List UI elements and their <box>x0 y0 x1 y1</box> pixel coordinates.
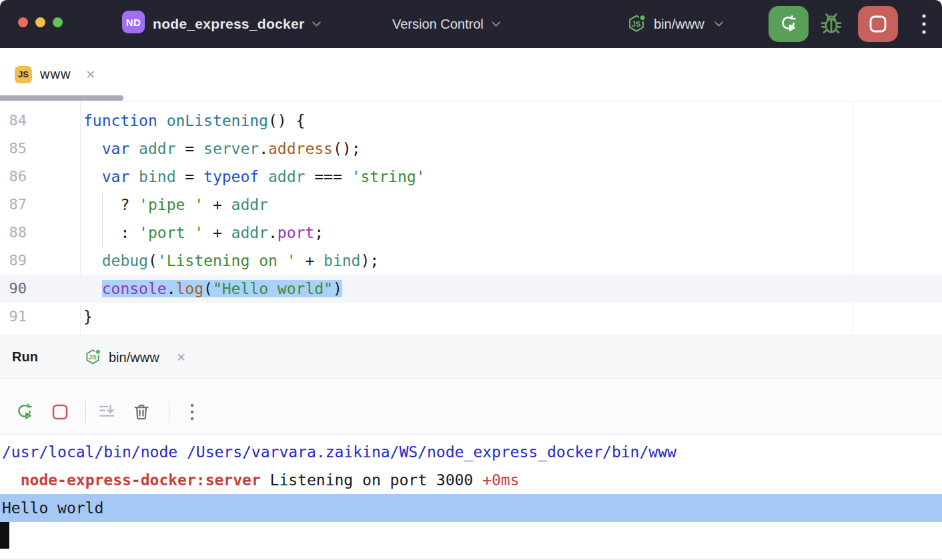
code-token: 'Listening on ' <box>157 252 296 269</box>
code-token: log <box>176 280 204 297</box>
code-line[interactable]: 90 console.log("Hello world") <box>0 275 942 303</box>
code-lines: 84function onListening() {85 var addr = … <box>0 107 942 331</box>
code-token <box>83 140 102 157</box>
line-number: 91 <box>0 303 27 331</box>
editor-tab-title: www <box>40 67 71 82</box>
line-number: 84 <box>0 107 27 135</box>
code-token: addr <box>268 168 305 185</box>
code-token: addr <box>231 224 268 241</box>
rerun-icon <box>779 14 799 34</box>
code-token: ) <box>333 280 342 297</box>
code-token: ; <box>314 224 324 241</box>
rerun-button[interactable] <box>14 401 35 423</box>
code-token: ( <box>148 252 157 269</box>
close-window-button[interactable] <box>18 17 28 27</box>
scroll-to-end-icon <box>97 402 117 422</box>
toolbar-divider <box>169 401 169 423</box>
run-configuration-selector[interactable]: JS bin/www <box>626 0 724 48</box>
vcs-label: Version Control <box>392 17 484 32</box>
vcs-widget[interactable]: Version Control <box>392 0 501 48</box>
code-token: = <box>176 168 204 185</box>
code-token: bind <box>324 252 360 269</box>
console-text <box>2 471 21 489</box>
code-token: var <box>102 168 130 185</box>
debug-button[interactable] <box>815 8 847 40</box>
code-token <box>129 168 139 185</box>
zoom-window-button[interactable] <box>53 17 63 27</box>
chevron-down-icon <box>491 21 501 27</box>
bug-icon <box>818 11 845 37</box>
more-options-button[interactable] <box>915 8 933 40</box>
code-token: debug <box>102 252 148 269</box>
code-line[interactable]: 91} <box>0 303 942 331</box>
code-token: var <box>102 140 130 157</box>
code-editor[interactable]: 84function onListening() {85 var addr = … <box>0 101 942 335</box>
editor-tab-www[interactable]: JS www ✕ <box>0 48 95 101</box>
code-line[interactable]: 86 var bind = typeof addr === 'string' <box>0 163 942 191</box>
code-token: + <box>203 224 231 241</box>
project-badge: ND <box>122 11 145 33</box>
console-text: Listening on port 3000 <box>261 471 482 489</box>
code-token: () { <box>268 112 305 129</box>
close-tab-icon[interactable]: ✕ <box>85 67 95 82</box>
console-line: node-express-docker:server Listening on … <box>0 466 942 494</box>
code-token: 'string' <box>352 168 426 185</box>
trash-icon <box>131 402 151 422</box>
code-line[interactable]: 85 var addr = server.address(); <box>0 135 942 163</box>
stop-icon <box>868 14 888 34</box>
stop-button[interactable] <box>49 401 71 423</box>
project-selector[interactable]: node_express_docker <box>153 0 322 48</box>
code-token: === <box>305 168 351 185</box>
close-tab-icon[interactable]: ✕ <box>177 351 186 365</box>
console-lines: /usr/local/bin/node /Users/varvara.zaiki… <box>0 438 942 522</box>
project-name: node_express_docker <box>153 16 304 32</box>
code-token <box>259 168 268 185</box>
console-text: /usr/local/bin/node /Users/varvara.zaiki… <box>2 443 676 461</box>
nodejs-icon: JS <box>626 13 647 35</box>
rerun-icon <box>15 402 35 422</box>
console-line: /usr/local/bin/node /Users/varvara.zaiki… <box>0 438 942 466</box>
code-token: ? <box>83 196 139 213</box>
code-token <box>157 112 167 129</box>
line-number: 90 <box>0 275 27 303</box>
code-line[interactable]: 87 ? 'pipe ' + addr <box>0 191 942 219</box>
toolbar-divider <box>85 401 86 423</box>
code-line[interactable]: 89 debug('Listening on ' + bind); <box>0 247 942 275</box>
code-line[interactable]: 84function onListening() { <box>0 107 942 135</box>
code-token: } <box>83 308 93 325</box>
code-token <box>83 252 102 269</box>
console-more-options-button[interactable] <box>181 401 203 423</box>
console-line: Hello world <box>0 494 942 522</box>
run-tab-bin-www[interactable]: JS bin/www ✕ <box>83 335 186 379</box>
run-toolwindow-header: Run JS bin/www ✕ <box>0 335 942 379</box>
code-token: = <box>176 140 204 157</box>
code-token: + <box>296 252 324 269</box>
code-token: (); <box>333 140 361 157</box>
console-caret <box>0 522 9 549</box>
line-number: 85 <box>0 135 27 163</box>
scroll-to-end-button[interactable] <box>96 401 117 423</box>
code-token: 'pipe ' <box>139 196 203 213</box>
code-token: function <box>83 112 157 129</box>
minimize-window-button[interactable] <box>35 17 45 27</box>
rerun-button[interactable] <box>769 6 809 42</box>
code-token: 'port ' <box>139 224 203 241</box>
clear-all-button[interactable] <box>131 401 152 423</box>
line-number: 86 <box>0 163 27 191</box>
kebab-menu-icon <box>921 11 927 37</box>
editor-tab-bar: JS www ✕ <box>0 48 942 101</box>
titlebar: ND node_express_docker Version Control J… <box>0 0 942 48</box>
code-token <box>129 140 139 157</box>
code-token: ( <box>203 280 213 297</box>
code-line[interactable]: 88 : 'port ' + addr.port; <box>0 219 942 247</box>
code-token <box>83 280 102 297</box>
stop-icon <box>51 403 69 421</box>
stop-button[interactable] <box>858 6 898 42</box>
code-token: address <box>268 140 333 157</box>
code-token: "Hello world" <box>213 280 333 297</box>
code-token: port <box>278 224 314 241</box>
console-text: +0ms <box>482 471 519 489</box>
run-toolwindow-title: Run <box>12 349 38 365</box>
console-output[interactable]: /usr/local/bin/node /Users/varvara.zaiki… <box>0 435 942 560</box>
traffic-lights <box>18 17 63 27</box>
